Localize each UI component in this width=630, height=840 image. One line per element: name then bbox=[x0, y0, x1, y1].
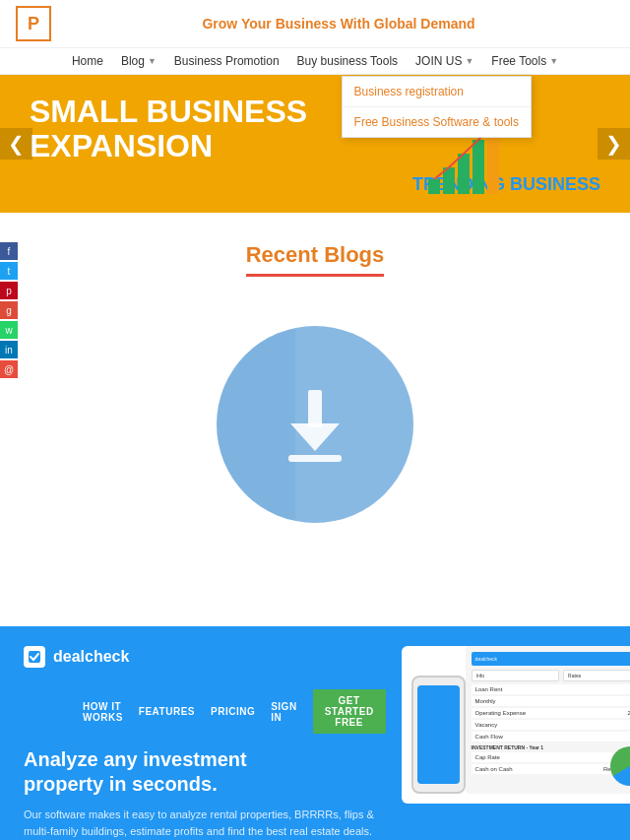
mockup-data-row: Cash Flow2,011 bbox=[472, 732, 630, 742]
nav-buy-tools[interactable]: Buy business Tools bbox=[297, 54, 399, 68]
nav-free-tools[interactable]: Free Tools ▼ bbox=[491, 54, 558, 68]
mockup-invest-row: Cash on CashReturn on Equity bbox=[472, 764, 630, 774]
ad-headline: Analyze any investmentproperty in second… bbox=[24, 747, 386, 797]
hero-right-arrow[interactable]: ❯ bbox=[598, 128, 630, 160]
nav-bar: Home Blog ▼ Business Promotion Buy busin… bbox=[0, 48, 630, 75]
ad-logo-text: dealcheck bbox=[53, 648, 129, 666]
facebook-button[interactable]: f bbox=[0, 242, 18, 260]
svg-rect-7 bbox=[288, 455, 342, 462]
nav-blog[interactable]: Blog ▼ bbox=[121, 54, 157, 68]
tagline: Grow Your Business With Global Demand bbox=[63, 16, 614, 32]
hero-left-arrow[interactable]: ❮ bbox=[0, 128, 32, 160]
googleplus-button[interactable]: g bbox=[0, 301, 18, 319]
mockup-data-row: Vacancy120 bbox=[472, 720, 630, 730]
linkedin-button[interactable]: in bbox=[0, 341, 18, 358]
svg-rect-0 bbox=[428, 179, 440, 194]
logo: P bbox=[16, 6, 51, 41]
hero-banner: ❮ SMALL BUSINESS EXPANSION TRENDING BUSI… bbox=[0, 75, 630, 213]
ad-left: dealcheck HOW IT WORKS FEATURES PRICING … bbox=[24, 646, 386, 839]
nav-join-us[interactable]: JOIN US ▼ bbox=[415, 54, 473, 68]
recent-blogs-section: Recent Blogs bbox=[0, 213, 630, 296]
social-sidebar: f t p g w in @ bbox=[0, 242, 18, 378]
ad-nav-sign-in[interactable]: SIGN IN bbox=[271, 701, 296, 723]
recent-blogs-title: Recent Blogs bbox=[246, 242, 385, 277]
nav-dropdown: Business registration Free Business Soft… bbox=[342, 76, 532, 138]
mockup-header: dealcheck ▼ bbox=[472, 652, 630, 666]
ad-nav-pricing[interactable]: PRICING bbox=[211, 706, 255, 717]
download-circle bbox=[217, 326, 413, 523]
dealcheck-logo-icon bbox=[24, 646, 45, 668]
whatsapp-button[interactable]: w bbox=[0, 321, 18, 339]
svg-rect-3 bbox=[472, 140, 484, 194]
mockup-data-row: Operating Expense2,006.7 bbox=[472, 708, 630, 718]
chevron-down-icon: ▼ bbox=[549, 56, 558, 66]
mockup-phone bbox=[411, 676, 466, 794]
svg-rect-2 bbox=[458, 154, 470, 194]
mockup-invest-row: Cap Rate4.5% bbox=[472, 752, 630, 762]
top-bar: P Grow Your Business With Global Demand bbox=[0, 0, 630, 48]
email-button[interactable]: @ bbox=[0, 360, 18, 378]
ad-banner: dealcheck HOW IT WORKS FEATURES PRICING … bbox=[0, 626, 630, 840]
svg-marker-6 bbox=[290, 423, 340, 451]
dropdown-item-business-registration[interactable]: Business registration bbox=[343, 77, 531, 107]
mockup-phone-screen bbox=[417, 685, 460, 784]
dropdown-item-free-software[interactable]: Free Business Software & tools bbox=[343, 107, 531, 137]
ad-nav-features[interactable]: FEATURES bbox=[139, 706, 195, 717]
chevron-down-icon: ▼ bbox=[148, 56, 157, 66]
ad-logo-row: dealcheck bbox=[24, 646, 129, 668]
ad-nav-how-it-works[interactable]: HOW IT WORKS bbox=[83, 701, 123, 723]
nav-business-promotion[interactable]: Business Promotion bbox=[174, 54, 280, 68]
mockup-data-row: Monthly843 bbox=[472, 696, 630, 706]
download-icon bbox=[271, 380, 359, 469]
ad-get-started-button[interactable]: GET STARTED FREE bbox=[313, 689, 386, 734]
svg-rect-5 bbox=[308, 390, 322, 427]
ad-right: dealcheck ▼ Info Rates Loan Rent1,200 Mo… bbox=[402, 646, 630, 804]
ad-description: Our software makes it easy to analyze re… bbox=[24, 807, 386, 839]
chevron-down-icon: ▼ bbox=[465, 56, 473, 66]
twitter-button[interactable]: t bbox=[0, 262, 18, 280]
mockup-data-row: Loan Rent1,200 bbox=[472, 684, 630, 694]
pinterest-button[interactable]: p bbox=[0, 282, 18, 299]
content-wrapper: f t p g w in @ Recent Blogs bbox=[0, 213, 630, 626]
main-content: Recent Blogs bbox=[0, 213, 630, 626]
nav-home[interactable]: Home bbox=[72, 54, 103, 68]
ad-mockup: dealcheck ▼ Info Rates Loan Rent1,200 Mo… bbox=[402, 646, 630, 804]
ad-nav: HOW IT WORKS FEATURES PRICING SIGN IN GE… bbox=[83, 689, 386, 734]
mockup-screen: dealcheck ▼ Info Rates Loan Rent1,200 Mo… bbox=[466, 646, 630, 794]
